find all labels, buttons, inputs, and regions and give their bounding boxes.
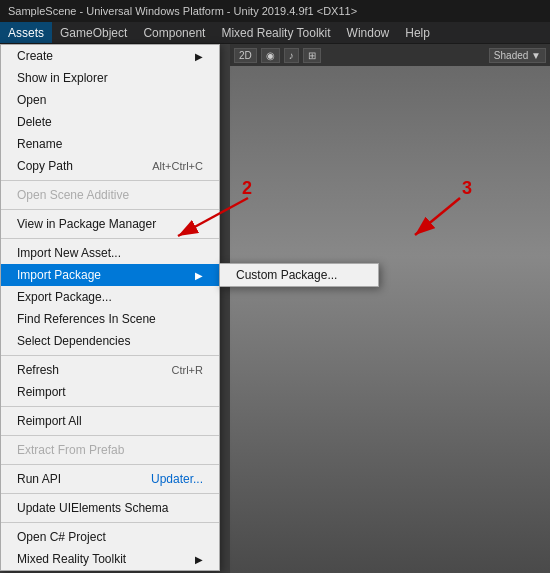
refresh-shortcut: Ctrl+R — [172, 364, 203, 376]
menu-item-delete[interactable]: Delete — [1, 111, 219, 133]
menu-item-export-package[interactable]: Export Package... — [1, 286, 219, 308]
import-package-arrow: ▶ — [195, 270, 203, 281]
menu-item-create[interactable]: Create ▶ — [1, 45, 219, 67]
submenu-item-custom-package[interactable]: Custom Package... — [220, 264, 378, 286]
menu-item-mixed-reality-toolkit[interactable]: Mixed Reality Toolkit ▶ — [1, 548, 219, 570]
menu-item-select-dependencies[interactable]: Select Dependencies — [1, 330, 219, 352]
menu-item-reimport-all[interactable]: Reimport All — [1, 410, 219, 432]
separator-5 — [1, 406, 219, 407]
menu-item-extract-prefab: Extract From Prefab — [1, 439, 219, 461]
menu-bar: Assets GameObject Component Mixed Realit… — [0, 22, 550, 44]
menu-help[interactable]: Help — [397, 22, 438, 43]
separator-1 — [1, 180, 219, 181]
scene-light-btn[interactable]: ◉ — [261, 48, 280, 63]
menu-item-show-explorer[interactable]: Show in Explorer — [1, 67, 219, 89]
separator-8 — [1, 493, 219, 494]
scene-shaded-btn[interactable]: Shaded ▼ — [489, 48, 546, 63]
copy-path-shortcut: Alt+Ctrl+C — [152, 160, 203, 172]
menu-item-view-package-manager[interactable]: View in Package Manager — [1, 213, 219, 235]
import-package-submenu: Custom Package... — [219, 263, 379, 287]
menu-item-update-uielements[interactable]: Update UIElements Schema — [1, 497, 219, 519]
separator-4 — [1, 355, 219, 356]
scene-gizmos-btn[interactable]: ⊞ — [303, 48, 321, 63]
menu-item-refresh[interactable]: Refresh Ctrl+R — [1, 359, 219, 381]
menu-window[interactable]: Window — [339, 22, 398, 43]
menu-item-open-scene-additive: Open Scene Additive — [1, 184, 219, 206]
menu-item-open-csharp[interactable]: Open C# Project — [1, 526, 219, 548]
menu-item-create-label: Create — [17, 49, 53, 63]
menu-item-copy-path[interactable]: Copy Path Alt+Ctrl+C — [1, 155, 219, 177]
title-bar: SampleScene - Universal Windows Platform… — [0, 0, 550, 22]
scene-toolbar: 2D ◉ ♪ ⊞ Shaded ▼ — [230, 44, 550, 66]
create-submenu-arrow: ▶ — [195, 51, 203, 62]
menu-item-open[interactable]: Open — [1, 89, 219, 111]
menu-component[interactable]: Component — [135, 22, 213, 43]
import-package-label: Import Package — [17, 268, 101, 282]
separator-3 — [1, 238, 219, 239]
menu-item-reimport[interactable]: Reimport — [1, 381, 219, 403]
assets-dropdown: Create ▶ Show in Explorer Open Delete Re… — [0, 44, 220, 571]
separator-9 — [1, 522, 219, 523]
menu-item-rename[interactable]: Rename — [1, 133, 219, 155]
separator-6 — [1, 435, 219, 436]
scene-viewport: 2D ◉ ♪ ⊞ Shaded ▼ — [230, 44, 550, 573]
mixed-reality-arrow: ▶ — [195, 554, 203, 565]
menu-assets[interactable]: Assets — [0, 22, 52, 43]
separator-2 — [1, 209, 219, 210]
scene-2d-btn[interactable]: 2D — [234, 48, 257, 63]
menu-item-run-api-updater[interactable]: Run API Updater... — [1, 468, 219, 490]
title-text: SampleScene - Universal Windows Platform… — [8, 5, 357, 17]
separator-7 — [1, 464, 219, 465]
menu-item-import-package[interactable]: Import Package ▶ Custom Package... — [1, 264, 219, 286]
menu-gameobject[interactable]: GameObject — [52, 22, 135, 43]
menu-item-find-references[interactable]: Find References In Scene — [1, 308, 219, 330]
scene-audio-btn[interactable]: ♪ — [284, 48, 299, 63]
menu-item-import-new-asset[interactable]: Import New Asset... — [1, 242, 219, 264]
menu-mixed-reality[interactable]: Mixed Reality Toolkit — [213, 22, 338, 43]
